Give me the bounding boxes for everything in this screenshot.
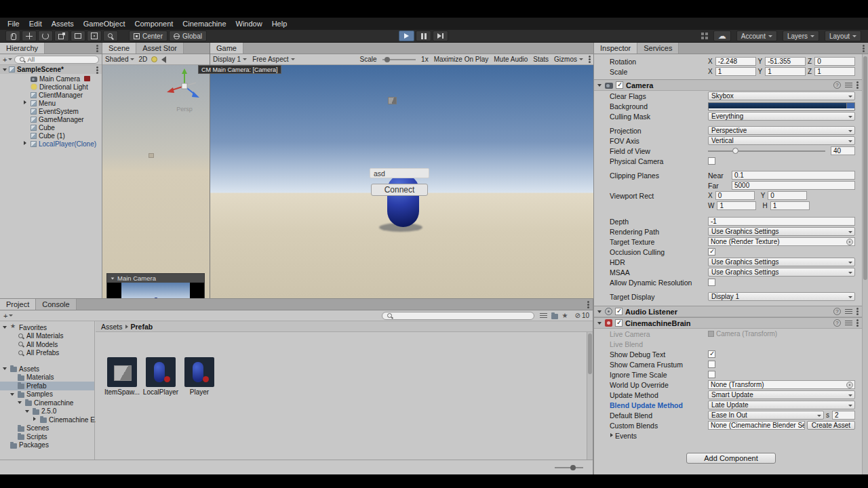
menu-item[interactable]: GameObject	[79, 18, 130, 30]
slider-handle[interactable]	[570, 465, 576, 470]
project-search-input[interactable]	[382, 312, 534, 320]
menu-item[interactable]: Assets	[47, 18, 79, 30]
help-icon[interactable]: ?	[833, 308, 841, 315]
scene-lighting-icon[interactable]	[151, 56, 157, 62]
project-tree-item[interactable]: Cinemachine	[0, 399, 94, 407]
tab-asset-store[interactable]: Asset Stor	[136, 43, 184, 54]
move-tool-button[interactable]	[22, 30, 37, 41]
help-icon[interactable]: ?	[833, 81, 841, 89]
hand-tool-button[interactable]	[5, 30, 20, 41]
project-scrollbar[interactable]	[587, 332, 593, 460]
play-button[interactable]	[399, 30, 414, 41]
project-tree-item[interactable]	[0, 357, 94, 365]
name-input-field[interactable]: asd	[370, 168, 429, 178]
hierarchy-item[interactable]: Menu	[0, 99, 102, 107]
thumbnail-size-slider[interactable]	[555, 467, 583, 468]
background-color-field[interactable]	[708, 102, 855, 110]
panel-menu-icon[interactable]	[863, 45, 865, 52]
slider-handle[interactable]	[732, 148, 738, 154]
rotate-tool-button[interactable]	[38, 30, 53, 41]
hierarchy-item[interactable]: EventSystem	[0, 107, 102, 115]
scale-z-field[interactable]: 1	[814, 67, 855, 76]
step-button[interactable]	[433, 30, 448, 41]
update-method-dropdown[interactable]: Smart Update	[708, 390, 855, 399]
tab-console[interactable]: Console	[36, 299, 76, 310]
hierarchy-item[interactable]: LocalPlayer(Clone)	[0, 140, 102, 148]
maximize-on-play-button[interactable]: Maximize On Play	[434, 56, 489, 63]
scene-audio-icon[interactable]	[161, 56, 166, 63]
hierarchy-search-input[interactable]: All	[14, 56, 99, 64]
projection-label[interactable]: Persp	[162, 106, 207, 113]
custom-tool-button[interactable]	[103, 30, 118, 41]
scene-viewport[interactable]: Persp Main Camera	[102, 65, 210, 298]
scale-y-field[interactable]: 1	[765, 67, 806, 76]
object-picker-icon[interactable]	[846, 239, 853, 245]
camera-component-header[interactable]: Camera ?	[594, 79, 862, 91]
project-tree-item[interactable]: Assets	[0, 365, 94, 373]
projection-dropdown[interactable]: Perspective	[708, 126, 855, 135]
project-tree-item[interactable]: All Prefabs	[0, 349, 94, 358]
project-tree-item[interactable]: Materials	[0, 373, 94, 382]
menu-item[interactable]: File	[3, 18, 24, 30]
search-by-label-icon[interactable]	[551, 312, 558, 319]
rotation-z-field[interactable]: 0	[814, 57, 855, 66]
breadcrumb-current[interactable]: Prefab	[131, 323, 153, 331]
project-tree-item[interactable]: 2.5.0	[0, 407, 94, 416]
scale-x-field[interactable]: 1	[715, 67, 756, 76]
foldout-open-icon[interactable]	[111, 277, 115, 279]
shading-mode-dropdown[interactable]: Shaded	[105, 56, 134, 63]
viewport-y-field[interactable]: 0	[768, 191, 807, 200]
asset-item[interactable]: Player	[180, 357, 219, 396]
physical-camera-checkbox[interactable]	[708, 157, 715, 165]
component-menu-icon[interactable]	[856, 81, 859, 89]
show-debug-text-checkbox[interactable]	[708, 350, 715, 358]
asset-item[interactable]: ItemSpaw...	[102, 357, 142, 396]
scene-header-row[interactable]: SampleScene*	[0, 65, 102, 74]
default-blend-dropdown[interactable]: Ease In Out	[708, 411, 824, 420]
viewport-w-field[interactable]: 1	[717, 201, 756, 210]
grid-icon[interactable]	[701, 33, 708, 39]
create-object-button[interactable]: +	[3, 56, 12, 64]
tab-scene[interactable]: Scene	[102, 43, 136, 54]
project-tree-item[interactable]: Favorites	[0, 323, 94, 332]
component-enabled-checkbox[interactable]	[615, 319, 623, 327]
far-clip-field[interactable]: 5000	[732, 181, 855, 190]
create-asset-button[interactable]: Create Asset	[807, 421, 855, 430]
hierarchy-item[interactable]: GameManager	[0, 115, 102, 123]
rotation-y-field[interactable]: -51.355	[765, 57, 806, 66]
viewport-x-field[interactable]: 0	[715, 191, 755, 200]
favorites-filter-icon[interactable]: ★	[562, 312, 568, 319]
culling-mask-dropdown[interactable]: Everything	[708, 112, 855, 121]
layers-dropdown[interactable]: Layers	[783, 30, 819, 41]
depth-field[interactable]: -1	[708, 217, 855, 226]
hidden-packages-icon[interactable]: ⊘	[574, 312, 580, 319]
occlusion-culling-checkbox[interactable]	[708, 248, 715, 256]
world-up-override-field[interactable]: None (Transform)	[708, 380, 855, 389]
rotation-x-field[interactable]: -2.248	[715, 57, 756, 66]
dynamic-resolution-checkbox[interactable]	[708, 279, 715, 286]
tab-hierarchy[interactable]: Hierarchy	[0, 43, 45, 54]
panel-menu-icon[interactable]	[589, 56, 591, 63]
aspect-ratio-dropdown[interactable]: Free Aspect	[252, 56, 294, 63]
breadcrumb-root[interactable]: Assets	[101, 323, 123, 331]
project-tree-item[interactable]: All Materials	[0, 332, 94, 341]
gizmos-dropdown[interactable]: Gizmos	[554, 56, 583, 63]
scrollbar-thumb[interactable]	[588, 333, 592, 374]
preset-icon[interactable]	[845, 82, 852, 88]
tab-game[interactable]: Game	[210, 43, 243, 54]
hierarchy-item[interactable]: Directional Light	[0, 83, 102, 91]
project-tree-item[interactable]: All Models	[0, 340, 94, 349]
fov-axis-dropdown[interactable]: Vertical	[708, 136, 855, 145]
foldout-open-icon[interactable]	[3, 68, 7, 71]
search-by-type-icon[interactable]	[540, 312, 547, 319]
foldout-open-icon[interactable]	[597, 310, 601, 313]
pivot-center-button[interactable]: Center	[129, 30, 167, 41]
component-menu-icon[interactable]	[856, 308, 859, 315]
menu-item[interactable]: Edit	[24, 18, 47, 30]
near-clip-field[interactable]: 0.1	[732, 171, 855, 180]
scene-options-icon[interactable]	[96, 66, 98, 74]
toggle-2d-button[interactable]: 2D	[138, 56, 147, 63]
color-picker-icon[interactable]	[846, 103, 854, 110]
stats-button[interactable]: Stats	[533, 56, 549, 63]
custom-blends-field[interactable]: None (Cinemachine Blender Se	[708, 421, 805, 430]
